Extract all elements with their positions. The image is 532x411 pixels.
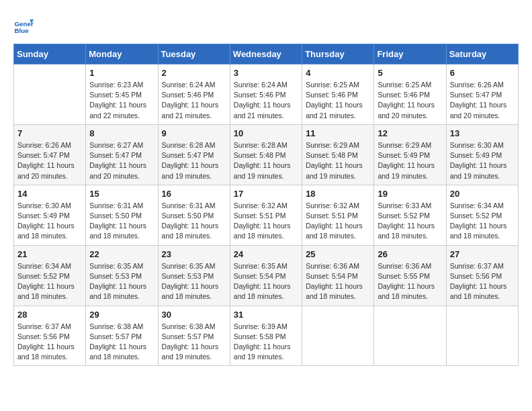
calendar-cell: 17Sunrise: 6:32 AM Sunset: 5:51 PM Dayli… <box>230 185 302 245</box>
calendar-body: 1Sunrise: 6:23 AM Sunset: 5:45 PM Daylig… <box>14 64 519 366</box>
day-number: 17 <box>234 189 298 199</box>
day-number: 10 <box>234 128 298 138</box>
day-number: 12 <box>378 128 442 138</box>
day-number: 6 <box>450 68 515 78</box>
calendar-cell: 9Sunrise: 6:28 AM Sunset: 5:47 PM Daylig… <box>158 124 230 185</box>
calendar-cell: 24Sunrise: 6:35 AM Sunset: 5:54 PM Dayli… <box>230 245 302 306</box>
day-detail: Sunrise: 6:35 AM Sunset: 5:54 PM Dayligh… <box>234 261 298 302</box>
day-detail: Sunrise: 6:23 AM Sunset: 5:45 PM Dayligh… <box>89 80 154 121</box>
day-header-thursday: Thursday <box>302 44 374 64</box>
calendar-cell: 22Sunrise: 6:35 AM Sunset: 5:53 PM Dayli… <box>86 245 158 306</box>
day-detail: Sunrise: 6:35 AM Sunset: 5:53 PM Dayligh… <box>89 261 154 302</box>
day-detail: Sunrise: 6:24 AM Sunset: 5:46 PM Dayligh… <box>162 80 226 121</box>
logo-icon: General Blue <box>13 17 34 37</box>
day-number: 3 <box>234 68 298 78</box>
day-number: 5 <box>378 68 442 78</box>
day-number: 16 <box>162 189 226 199</box>
day-detail: Sunrise: 6:30 AM Sunset: 5:49 PM Dayligh… <box>17 201 82 242</box>
day-detail: Sunrise: 6:24 AM Sunset: 5:46 PM Dayligh… <box>234 80 298 121</box>
day-detail: Sunrise: 6:30 AM Sunset: 5:49 PM Dayligh… <box>450 140 515 181</box>
calendar-cell: 7Sunrise: 6:26 AM Sunset: 5:47 PM Daylig… <box>14 124 86 185</box>
day-number: 31 <box>234 310 298 320</box>
day-detail: Sunrise: 6:37 AM Sunset: 5:56 PM Dayligh… <box>450 261 515 302</box>
day-header-wednesday: Wednesday <box>230 44 302 64</box>
calendar-cell: 30Sunrise: 6:38 AM Sunset: 5:57 PM Dayli… <box>158 306 230 366</box>
day-number: 14 <box>17 189 82 199</box>
calendar-header-row: SundayMondayTuesdayWednesdayThursdayFrid… <box>14 44 519 64</box>
day-detail: Sunrise: 6:38 AM Sunset: 5:57 PM Dayligh… <box>89 322 154 363</box>
day-number: 9 <box>162 128 226 138</box>
day-number: 8 <box>89 128 154 138</box>
calendar-cell: 28Sunrise: 6:37 AM Sunset: 5:56 PM Dayli… <box>14 306 86 366</box>
calendar-cell: 10Sunrise: 6:28 AM Sunset: 5:48 PM Dayli… <box>230 124 302 185</box>
day-detail: Sunrise: 6:36 AM Sunset: 5:54 PM Dayligh… <box>306 261 370 302</box>
calendar-cell: 25Sunrise: 6:36 AM Sunset: 5:54 PM Dayli… <box>302 245 374 306</box>
day-detail: Sunrise: 6:26 AM Sunset: 5:47 PM Dayligh… <box>450 80 515 121</box>
calendar-cell: 2Sunrise: 6:24 AM Sunset: 5:46 PM Daylig… <box>158 64 230 125</box>
day-number: 19 <box>378 189 442 199</box>
calendar-cell: 20Sunrise: 6:34 AM Sunset: 5:52 PM Dayli… <box>446 185 518 245</box>
day-number: 22 <box>89 249 154 259</box>
day-detail: Sunrise: 6:35 AM Sunset: 5:53 PM Dayligh… <box>162 261 226 302</box>
day-detail: Sunrise: 6:39 AM Sunset: 5:58 PM Dayligh… <box>234 322 298 363</box>
day-detail: Sunrise: 6:29 AM Sunset: 5:49 PM Dayligh… <box>378 140 442 181</box>
calendar-table: SundayMondayTuesdayWednesdayThursdayFrid… <box>13 44 519 366</box>
day-detail: Sunrise: 6:38 AM Sunset: 5:57 PM Dayligh… <box>162 322 226 363</box>
calendar-cell: 29Sunrise: 6:38 AM Sunset: 5:57 PM Dayli… <box>86 306 158 366</box>
day-number: 4 <box>306 68 370 78</box>
calendar-cell: 21Sunrise: 6:34 AM Sunset: 5:52 PM Dayli… <box>14 245 86 306</box>
day-detail: Sunrise: 6:29 AM Sunset: 5:48 PM Dayligh… <box>306 140 370 181</box>
day-detail: Sunrise: 6:36 AM Sunset: 5:55 PM Dayligh… <box>378 261 442 302</box>
calendar-cell: 1Sunrise: 6:23 AM Sunset: 5:45 PM Daylig… <box>86 64 158 125</box>
day-header-friday: Friday <box>374 44 446 64</box>
day-number: 25 <box>306 249 370 259</box>
day-number: 18 <box>306 189 370 199</box>
day-detail: Sunrise: 6:28 AM Sunset: 5:48 PM Dayligh… <box>234 140 298 181</box>
day-detail: Sunrise: 6:28 AM Sunset: 5:47 PM Dayligh… <box>162 140 226 181</box>
calendar-cell: 5Sunrise: 6:25 AM Sunset: 5:46 PM Daylig… <box>374 64 446 125</box>
calendar-cell <box>14 64 86 125</box>
day-detail: Sunrise: 6:31 AM Sunset: 5:50 PM Dayligh… <box>89 201 154 242</box>
calendar-cell: 3Sunrise: 6:24 AM Sunset: 5:46 PM Daylig… <box>230 64 302 125</box>
day-number: 23 <box>162 249 226 259</box>
day-number: 7 <box>17 128 82 138</box>
logo: General Blue <box>13 17 35 37</box>
day-number: 28 <box>17 310 82 320</box>
calendar-cell: 16Sunrise: 6:31 AM Sunset: 5:50 PM Dayli… <box>158 185 230 245</box>
day-number: 29 <box>89 310 154 320</box>
calendar-cell: 18Sunrise: 6:32 AM Sunset: 5:51 PM Dayli… <box>302 185 374 245</box>
calendar-week-row: 21Sunrise: 6:34 AM Sunset: 5:52 PM Dayli… <box>14 245 519 306</box>
calendar-cell: 15Sunrise: 6:31 AM Sunset: 5:50 PM Dayli… <box>86 185 158 245</box>
calendar-week-row: 1Sunrise: 6:23 AM Sunset: 5:45 PM Daylig… <box>14 64 519 125</box>
day-number: 13 <box>450 128 515 138</box>
day-header-saturday: Saturday <box>446 44 518 64</box>
day-header-sunday: Sunday <box>14 44 86 64</box>
calendar-cell: 8Sunrise: 6:27 AM Sunset: 5:47 PM Daylig… <box>86 124 158 185</box>
svg-text:Blue: Blue <box>15 27 30 34</box>
day-header-monday: Monday <box>86 44 158 64</box>
calendar-cell: 6Sunrise: 6:26 AM Sunset: 5:47 PM Daylig… <box>446 64 518 125</box>
calendar-week-row: 14Sunrise: 6:30 AM Sunset: 5:49 PM Dayli… <box>14 185 519 245</box>
day-header-tuesday: Tuesday <box>158 44 230 64</box>
day-number: 26 <box>378 249 442 259</box>
day-detail: Sunrise: 6:32 AM Sunset: 5:51 PM Dayligh… <box>306 201 370 242</box>
calendar-week-row: 7Sunrise: 6:26 AM Sunset: 5:47 PM Daylig… <box>14 124 519 185</box>
calendar-cell: 23Sunrise: 6:35 AM Sunset: 5:53 PM Dayli… <box>158 245 230 306</box>
calendar-week-row: 28Sunrise: 6:37 AM Sunset: 5:56 PM Dayli… <box>14 306 519 366</box>
calendar-cell <box>374 306 446 366</box>
page-header: General Blue <box>13 13 519 37</box>
day-detail: Sunrise: 6:25 AM Sunset: 5:46 PM Dayligh… <box>378 80 442 121</box>
calendar-cell: 14Sunrise: 6:30 AM Sunset: 5:49 PM Dayli… <box>14 185 86 245</box>
calendar-cell: 13Sunrise: 6:30 AM Sunset: 5:49 PM Dayli… <box>446 124 518 185</box>
calendar-cell: 4Sunrise: 6:25 AM Sunset: 5:46 PM Daylig… <box>302 64 374 125</box>
calendar-cell: 31Sunrise: 6:39 AM Sunset: 5:58 PM Dayli… <box>230 306 302 366</box>
day-detail: Sunrise: 6:25 AM Sunset: 5:46 PM Dayligh… <box>306 80 370 121</box>
calendar-cell: 11Sunrise: 6:29 AM Sunset: 5:48 PM Dayli… <box>302 124 374 185</box>
calendar-cell: 19Sunrise: 6:33 AM Sunset: 5:52 PM Dayli… <box>374 185 446 245</box>
day-detail: Sunrise: 6:31 AM Sunset: 5:50 PM Dayligh… <box>162 201 226 242</box>
calendar-cell: 26Sunrise: 6:36 AM Sunset: 5:55 PM Dayli… <box>374 245 446 306</box>
day-number: 30 <box>162 310 226 320</box>
day-detail: Sunrise: 6:34 AM Sunset: 5:52 PM Dayligh… <box>17 261 82 302</box>
day-number: 1 <box>89 68 154 78</box>
day-detail: Sunrise: 6:32 AM Sunset: 5:51 PM Dayligh… <box>234 201 298 242</box>
